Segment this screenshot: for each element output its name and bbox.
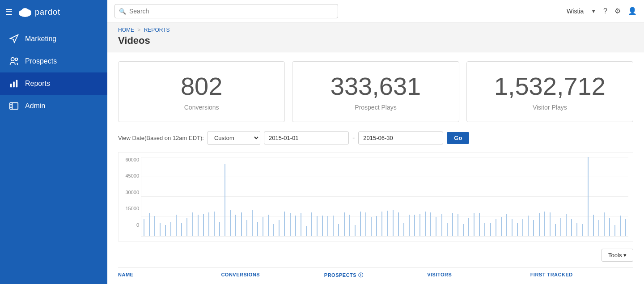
bar-blue	[474, 213, 475, 236]
bar-blue	[241, 212, 242, 236]
bar-wrapper	[381, 157, 382, 236]
page-title: Videos	[118, 35, 633, 47]
bar-blue	[327, 216, 328, 236]
bar-blue	[620, 216, 621, 236]
svg-point-4	[11, 58, 14, 61]
bar-wrapper	[230, 157, 231, 236]
tools-button[interactable]: Tools ▾	[602, 249, 633, 262]
settings-icon[interactable]: ⚙	[614, 7, 621, 15]
bar-wrapper	[550, 157, 551, 236]
visitor-plays-value: 1,532,712	[476, 72, 624, 100]
bar-blue	[322, 216, 323, 236]
bar-blue	[355, 225, 356, 236]
bar-wrapper	[403, 157, 404, 236]
bar-wrapper	[241, 157, 242, 236]
date-from-input[interactable]	[264, 131, 349, 144]
org-chevron-icon[interactable]: ▼	[591, 8, 596, 14]
bar-wrapper	[506, 157, 507, 236]
bar-wrapper	[290, 157, 291, 236]
bar-wrapper	[441, 157, 442, 236]
bar-blue	[614, 225, 615, 236]
bar-blue	[311, 212, 312, 236]
date-range-select[interactable]: Custom Last 7 Days Last 30 Days Last 90 …	[208, 131, 260, 145]
bar-wrapper	[544, 157, 545, 236]
bar-wrapper	[436, 157, 436, 236]
th-prospects[interactable]: PROSPECTS ⓘ	[324, 272, 427, 279]
bar-blue	[609, 218, 610, 236]
bar-blue	[176, 215, 177, 236]
breadcrumb-home[interactable]: HOME	[118, 27, 134, 33]
marketing-icon	[9, 34, 19, 44]
bar-blue	[452, 213, 453, 236]
bar-blue	[381, 212, 382, 236]
bar-wrapper	[620, 157, 621, 236]
help-icon[interactable]: ?	[603, 7, 607, 15]
bar-wrapper	[376, 157, 377, 236]
bar-blue	[593, 215, 594, 236]
page-header: HOME > REPORTS Videos	[107, 22, 644, 52]
bar-wrapper	[463, 157, 464, 236]
main-content: 🔍 Wistia ▼ ? ⚙ 👤 HOME > REPORTS Videos 8…	[107, 0, 644, 284]
bar-wrapper	[338, 157, 339, 236]
org-name: Wistia	[567, 8, 584, 15]
bar-wrapper	[235, 157, 236, 236]
bar-blue	[479, 213, 480, 236]
bar-wrapper	[414, 157, 415, 236]
admin-icon	[9, 101, 19, 111]
search-input[interactable]	[114, 4, 338, 18]
bar-blue	[576, 223, 577, 236]
bar-wrapper	[576, 157, 577, 236]
bar-blue	[393, 210, 394, 236]
go-button[interactable]: Go	[447, 132, 469, 144]
bar-blue	[544, 212, 545, 236]
bar-wrapper	[468, 157, 469, 236]
th-name[interactable]: NAME	[118, 272, 221, 279]
bar-blue	[317, 216, 318, 236]
bar-wrapper	[311, 157, 312, 236]
sidebar-header: ☰ pardot	[0, 0, 107, 24]
bar-wrapper	[263, 157, 263, 236]
date-to-input[interactable]	[358, 131, 443, 144]
bar-wrapper	[490, 157, 491, 236]
sidebar-item-reports[interactable]: Reports	[0, 72, 107, 95]
stat-cards: 802 Conversions 333,631 Prospect Plays 1…	[118, 61, 633, 122]
bar-wrapper	[165, 157, 166, 236]
bar-wrapper	[447, 157, 448, 236]
bar-blue	[252, 210, 253, 236]
bar-wrapper	[322, 157, 323, 236]
bar-wrapper	[609, 157, 610, 236]
bar-wrapper	[479, 157, 480, 236]
nav-label-prospects: Prospects	[25, 57, 57, 65]
bar-blue	[403, 223, 404, 236]
bar-blue	[409, 215, 410, 236]
bar-wrapper	[425, 157, 426, 236]
sidebar-item-prospects[interactable]: Prospects	[0, 50, 107, 72]
bar-blue	[235, 215, 236, 236]
content-area: 802 Conversions 333,631 Prospect Plays 1…	[107, 52, 644, 284]
th-conversions[interactable]: CONVERSIONS	[221, 272, 324, 279]
bar-wrapper	[170, 157, 171, 236]
bar-wrapper	[355, 157, 356, 236]
bar-wrapper	[625, 157, 626, 236]
bar-wrapper	[533, 157, 534, 236]
bar-wrapper	[387, 157, 388, 236]
bar-blue	[414, 215, 415, 236]
bar-wrapper	[566, 157, 567, 236]
sidebar-item-marketing[interactable]: Marketing	[0, 28, 107, 50]
breadcrumb-reports[interactable]: REPORTS	[144, 27, 170, 33]
bar-wrapper	[284, 157, 285, 236]
hamburger-icon[interactable]: ☰	[5, 7, 13, 17]
bar-blue	[539, 213, 540, 236]
bar-wrapper	[149, 157, 150, 236]
prospect-plays-value: 333,631	[301, 72, 449, 100]
th-first-tracked[interactable]: FIRST TRACKED	[530, 272, 633, 279]
bar-wrapper	[593, 157, 594, 236]
bar-blue	[463, 224, 464, 236]
sidebar-item-admin[interactable]: Admin	[0, 95, 107, 117]
bar-wrapper	[246, 157, 247, 236]
user-icon[interactable]: 👤	[628, 7, 637, 15]
bar-wrapper	[252, 157, 253, 236]
search-wrapper: 🔍	[114, 4, 338, 18]
bar-blue	[560, 218, 561, 236]
th-visitors[interactable]: VISITORS	[427, 272, 530, 279]
